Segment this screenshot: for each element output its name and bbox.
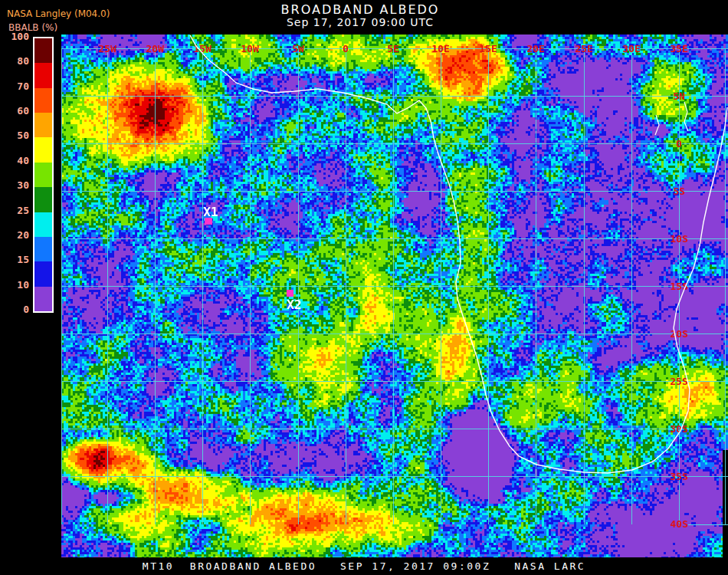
latitude-label: 25S	[670, 376, 688, 387]
lake-outline	[655, 115, 659, 135]
colorbar-tick: 10	[2, 279, 29, 291]
latitude-label: 0	[676, 138, 682, 150]
map-grid-overlay: 25W20W15W10W5W05E10E15E20E25E30E35E5N05S…	[61, 34, 728, 557]
colorbar-tick: 30	[2, 179, 29, 191]
longitude-label: 25E	[575, 43, 592, 54]
longitude-label: 35E	[670, 43, 687, 54]
colorbar-tick: 70	[2, 80, 29, 92]
colorbar-tick: 60	[2, 105, 29, 117]
colorbar-tick: 20	[2, 229, 29, 241]
longitude-label: 5E	[387, 43, 399, 54]
screen: BROADBAND ALBEDO Sep 17, 2017 09:00 UTC …	[0, 0, 728, 575]
longitude-label: 10E	[431, 43, 449, 54]
latitude-label: 35S	[670, 471, 688, 482]
footer-status-bar: MT10 BROADBAND ALBEDO SEP 17, 2017 09:00…	[0, 557, 728, 575]
colorbar-segment	[34, 163, 52, 187]
colorbar-tick: 15	[2, 254, 29, 265]
colorbar-segment	[34, 88, 52, 113]
albedo-map: 25W20W15W10W5W05E10E15E20E25E30E35E5N05S…	[61, 34, 728, 557]
site-marker-label: X1	[203, 205, 218, 219]
latitude-label: 20S	[670, 328, 688, 340]
colorbar-tick: 25	[2, 205, 29, 216]
colorbar-tick: 40	[2, 155, 29, 166]
colorbar-segment	[34, 38, 52, 63]
longitude-label: 20W	[146, 43, 164, 54]
latitude-label: 10S	[670, 233, 688, 245]
lake-outline	[684, 102, 688, 131]
colorbar-tick: 50	[2, 130, 29, 141]
colorbar-segment	[34, 237, 52, 261]
longitude-label: 5W	[292, 43, 304, 54]
longitude-label: 30E	[622, 43, 640, 54]
site-marker-label: X2	[287, 297, 301, 312]
latitude-label: 5N	[673, 90, 685, 102]
colorbar-segment	[34, 137, 52, 162]
colorbar-tick: 80	[2, 55, 29, 67]
colorbar-segment	[34, 113, 52, 137]
colorbar-segment	[34, 212, 52, 237]
agency-label: NASA Langley (M04.0)	[7, 8, 110, 19]
colorbar-tick: 100	[2, 31, 29, 42]
longitude-label: 20E	[526, 43, 544, 54]
colorbar-segment	[34, 63, 52, 87]
longitude-label: 0	[343, 43, 349, 54]
albedo-colorbar	[33, 37, 54, 313]
colorbar-tick: 0	[2, 304, 29, 315]
site-marker-square	[287, 290, 293, 297]
longitude-label: 10W	[241, 43, 259, 54]
latitude-label: 5S	[673, 186, 685, 197]
colorbar-segment	[34, 261, 52, 286]
colorbar-segment	[34, 187, 52, 212]
colorbar-segment	[34, 287, 52, 311]
longitude-label: 15E	[479, 43, 497, 54]
longitude-label: 25W	[98, 43, 116, 54]
latitude-label: 40S	[670, 518, 688, 530]
coastline	[190, 35, 727, 473]
